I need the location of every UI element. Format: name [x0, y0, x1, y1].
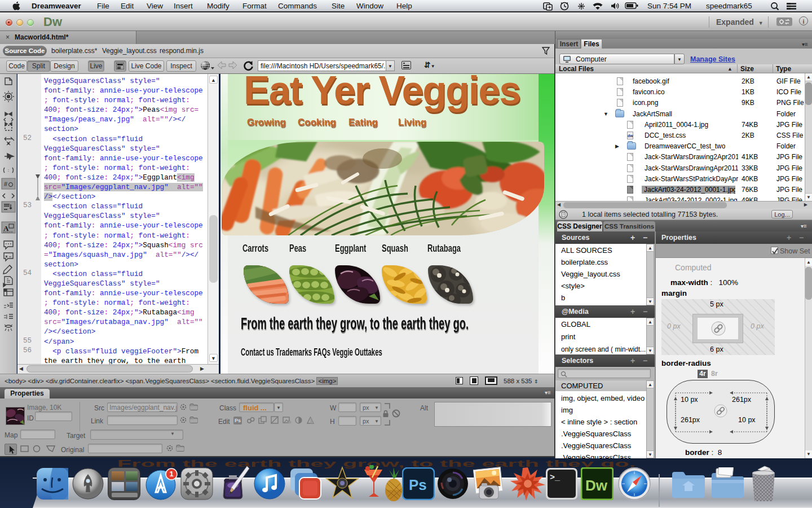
svg-text:Dw: Dw [585, 477, 608, 494]
svg-text:A: A [3, 224, 9, 233]
svg-text:#: # [4, 181, 8, 187]
svg-text:Ps: Ps [409, 476, 427, 493]
svg-text:>_: >_ [550, 473, 561, 483]
svg-text:1: 1 [169, 470, 173, 478]
